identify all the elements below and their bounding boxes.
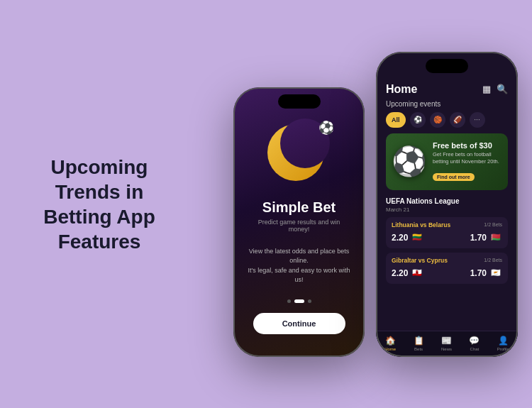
phone1-notch bbox=[278, 94, 321, 109]
nav-home[interactable]: 🏠 Home bbox=[384, 336, 396, 351]
bottom-nav: 🏠 Home 📋 Bets 📰 News 💬 Chat 👤 Pro bbox=[376, 331, 518, 357]
home-nav-label: Home bbox=[384, 347, 396, 351]
promo-subtitle: Get Free bets on football betting until … bbox=[433, 151, 508, 165]
match1-away-flag: 🇧🇾 bbox=[489, 231, 502, 244]
chat-nav-label: Chat bbox=[470, 347, 480, 351]
filter-tab-more[interactable]: ··· bbox=[470, 112, 485, 128]
filter-tab-soccer[interactable]: ⚽ bbox=[410, 112, 426, 128]
match1-odds: 2.20 🇱🇹 1.70 🇧🇾 bbox=[392, 231, 502, 244]
home-title: Home bbox=[386, 83, 417, 96]
profile-nav-label: Profile bbox=[497, 347, 509, 351]
soccer-ball-icon: ⚽ bbox=[318, 120, 334, 136]
match2-home-flag: 🇬🇮 bbox=[411, 267, 423, 280]
filter-tab-basketball[interactable]: 🏀 bbox=[430, 112, 445, 128]
match2-home-odd: 2.20 🇬🇮 bbox=[392, 267, 423, 280]
nav-profile[interactable]: 👤 Profile bbox=[497, 336, 509, 351]
match2-type: 1/2 Bets bbox=[484, 258, 502, 263]
dot-1 bbox=[287, 299, 291, 303]
crescent-logo bbox=[267, 124, 324, 181]
heading-line1: Upcoming Trends in bbox=[51, 156, 148, 203]
chat-nav-icon: 💬 bbox=[469, 336, 480, 346]
promo-title: Free bets of $30 bbox=[433, 141, 508, 150]
phones-container: ⚽ Simple Bet Predict game results and wi… bbox=[233, 52, 518, 357]
match-card-2[interactable]: Gibraltar vs Cyprus 1/2 Bets 2.20 🇬🇮 1.7… bbox=[386, 253, 508, 284]
phone1-content: ⚽ Simple Bet Predict game results and wi… bbox=[233, 87, 365, 357]
bets-nav-label: Bets bbox=[414, 347, 423, 351]
match2-header: Gibraltar vs Cyprus 1/2 Bets bbox=[392, 257, 502, 264]
match1-home-value: 2.20 bbox=[392, 233, 408, 243]
app-description: View the latest odds and place bets onli… bbox=[248, 247, 350, 285]
match1-away-value: 1.70 bbox=[470, 233, 487, 243]
promo-text: Free bets of $30 Get Free bets on footba… bbox=[433, 141, 508, 182]
profile-nav-icon: 👤 bbox=[498, 336, 509, 346]
match1-header: Lithuania vs Belarus 1/2 Bets bbox=[392, 221, 502, 228]
dot-2-active bbox=[294, 299, 304, 303]
match1-home-odd: 2.20 🇱🇹 bbox=[392, 231, 423, 244]
header-icons: ▦ 🔍 bbox=[482, 84, 508, 94]
search-icon[interactable]: 🔍 bbox=[497, 84, 508, 94]
filter-tabs: All ⚽ 🏀 🏈 ··· bbox=[376, 112, 518, 133]
main-heading: Upcoming Trends in Betting App Features bbox=[21, 155, 177, 254]
match2-home-value: 2.20 bbox=[392, 268, 408, 278]
calendar-icon[interactable]: ▦ bbox=[482, 84, 491, 94]
promo-button[interactable]: Find out more bbox=[433, 173, 475, 181]
heading-line2: Betting App bbox=[43, 206, 155, 228]
match2-away-flag: 🇨🇾 bbox=[489, 267, 502, 280]
bets-nav-icon: 📋 bbox=[414, 336, 424, 346]
league-date: March 21 bbox=[376, 206, 518, 217]
match2-away-odd: 1.70 🇨🇾 bbox=[470, 267, 502, 280]
continue-button[interactable]: Continue bbox=[253, 313, 345, 334]
match1-away-odd: 1.70 🇧🇾 bbox=[470, 231, 502, 244]
app-tagline: Predict game results and win money! bbox=[248, 219, 350, 233]
news-nav-label: News bbox=[441, 347, 452, 351]
nav-chat[interactable]: 💬 Chat bbox=[469, 336, 480, 351]
upcoming-label: Upcoming events bbox=[376, 100, 518, 112]
match1-home-flag: 🇱🇹 bbox=[411, 231, 423, 244]
dot-3 bbox=[308, 299, 311, 303]
nav-bets[interactable]: 📋 Bets bbox=[414, 336, 424, 351]
phone-2-home: Home ▦ 🔍 Upcoming events All ⚽ 🏀 🏈 ··· ⚽ bbox=[376, 52, 518, 357]
promo-ball-icon: ⚽ bbox=[386, 145, 433, 178]
home-nav-icon: 🏠 bbox=[385, 336, 396, 346]
match2-odds: 2.20 🇬🇮 1.70 🇨🇾 bbox=[392, 267, 502, 280]
heading-line3: Features bbox=[58, 231, 141, 253]
app-name: Simple Bet bbox=[262, 199, 336, 216]
match2-name: Gibraltar vs Cyprus bbox=[392, 257, 448, 264]
phone2-content: Home ▦ 🔍 Upcoming events All ⚽ 🏀 🏈 ··· ⚽ bbox=[376, 52, 518, 357]
match-card-1[interactable]: Lithuania vs Belarus 1/2 Bets 2.20 🇱🇹 1.… bbox=[386, 217, 508, 248]
nav-news[interactable]: 📰 News bbox=[441, 336, 452, 351]
match2-away-value: 1.70 bbox=[470, 268, 487, 278]
app-logo: ⚽ bbox=[267, 124, 331, 188]
carousel-dots bbox=[287, 299, 311, 303]
news-nav-icon: 📰 bbox=[441, 336, 452, 346]
promo-banner[interactable]: ⚽ Free bets of $30 Get Free bets on foot… bbox=[386, 133, 508, 190]
phone-1-splash: ⚽ Simple Bet Predict game results and wi… bbox=[233, 87, 365, 357]
filter-tab-football[interactable]: 🏈 bbox=[450, 112, 465, 128]
match1-name: Lithuania vs Belarus bbox=[392, 221, 450, 228]
phone2-notch bbox=[426, 59, 468, 73]
filter-tab-all[interactable]: All bbox=[386, 112, 406, 128]
league-name: UEFA Nations League bbox=[376, 197, 518, 206]
home-header: Home ▦ 🔍 bbox=[376, 77, 518, 100]
match1-type: 1/2 Bets bbox=[484, 222, 502, 227]
